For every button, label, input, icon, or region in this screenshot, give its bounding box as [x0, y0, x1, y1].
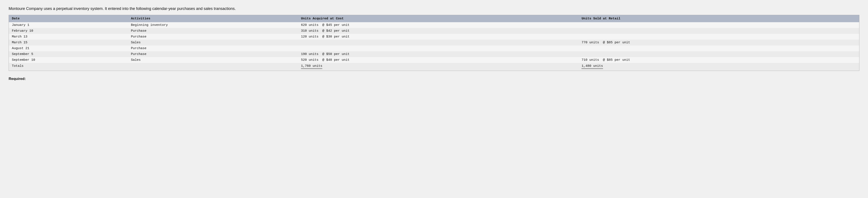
- table-row: September 10Sales520 units @ $48 per uni…: [9, 57, 859, 63]
- table-row: January 1Beginning inventory620 units @ …: [9, 22, 859, 28]
- cell-date: September 10: [9, 57, 128, 63]
- totals-units-sold: 1,480 units: [579, 63, 859, 71]
- cell-units-sold: 710 units @ $85 per unit: [579, 57, 859, 63]
- cell-activity: Purchase: [128, 51, 298, 57]
- table-row: February 10Purchase310 units @ $42 per u…: [9, 28, 859, 34]
- units-qty: 310 units: [301, 29, 318, 33]
- cell-units-acquired: 310 units @ $42 per unit: [298, 28, 579, 34]
- units-cost: @ $48 per unit: [322, 58, 349, 62]
- sold-price: @ $85 per unit: [603, 41, 630, 44]
- total-acquired-value: 1,760 units: [301, 64, 322, 69]
- cell-activity: Beginning inventory: [128, 22, 298, 28]
- cell-units-acquired: [298, 40, 579, 45]
- cell-date: August 21: [9, 45, 128, 51]
- cell-units-sold: [579, 45, 859, 51]
- total-sold-value: 1,480 units: [582, 64, 603, 69]
- cell-activity: Sales: [128, 57, 298, 63]
- table-row: March 13Purchase120 units @ $30 per unit: [9, 34, 859, 40]
- cell-date: February 10: [9, 28, 128, 34]
- cell-date: March 15: [9, 40, 128, 45]
- cell-activity: Purchase: [128, 28, 298, 34]
- cell-units-sold: [579, 34, 859, 40]
- table-row: August 21Purchase: [9, 45, 859, 51]
- sold-qty: 710 units: [582, 58, 599, 62]
- cell-activity: Sales: [128, 40, 298, 45]
- table-row: September 5Purchase190 units @ $50 per u…: [9, 51, 859, 57]
- inventory-table-wrapper: Date Activities Units Acquired at Cost U…: [9, 15, 859, 71]
- units-qty: 620 units: [301, 23, 318, 27]
- table-row: March 15Sales770 units @ $85 per unit: [9, 40, 859, 45]
- units-qty: 520 units: [301, 58, 318, 62]
- units-cost: @ $30 per unit: [322, 35, 349, 39]
- cell-units-acquired: 520 units @ $48 per unit: [298, 57, 579, 63]
- cell-activity: Purchase: [128, 45, 298, 51]
- header-date: Date: [9, 15, 128, 22]
- required-label: Required:: [9, 77, 859, 81]
- cell-units-acquired: 620 units @ $45 per unit: [298, 22, 579, 28]
- totals-text: Totals: [12, 64, 24, 68]
- units-qty: 120 units: [301, 35, 318, 39]
- cell-activity: Purchase: [128, 34, 298, 40]
- totals-units-acquired: 1,760 units: [298, 63, 579, 71]
- sold-price: @ $85 per unit: [603, 58, 630, 62]
- units-cost: @ $42 per unit: [322, 29, 349, 33]
- cell-date: March 13: [9, 34, 128, 40]
- inventory-table: Date Activities Units Acquired at Cost U…: [9, 15, 859, 71]
- totals-label: Totals: [9, 63, 298, 71]
- header-units-acquired: Units Acquired at Cost: [298, 15, 579, 22]
- units-cost: @ $45 per unit: [322, 23, 349, 27]
- cell-units-sold: [579, 28, 859, 34]
- header-activities: Activities: [128, 15, 298, 22]
- cell-units-sold: [579, 51, 859, 57]
- cell-units-sold: 770 units @ $85 per unit: [579, 40, 859, 45]
- sold-qty: 770 units: [582, 41, 599, 44]
- cell-units-sold: [579, 22, 859, 28]
- units-cost: @ $50 per unit: [322, 52, 349, 56]
- cell-units-acquired: 120 units @ $30 per unit: [298, 34, 579, 40]
- header-units-sold: Units Sold at Retail: [579, 15, 859, 22]
- cell-date: January 1: [9, 22, 128, 28]
- units-qty: 190 units: [301, 52, 318, 56]
- cell-units-acquired: 190 units @ $50 per unit: [298, 51, 579, 57]
- intro-text: Montoure Company uses a perpetual invent…: [9, 6, 859, 11]
- totals-row: Totals1,760 units1,480 units: [9, 63, 859, 71]
- cell-date: September 5: [9, 51, 128, 57]
- cell-units-acquired: [298, 45, 579, 51]
